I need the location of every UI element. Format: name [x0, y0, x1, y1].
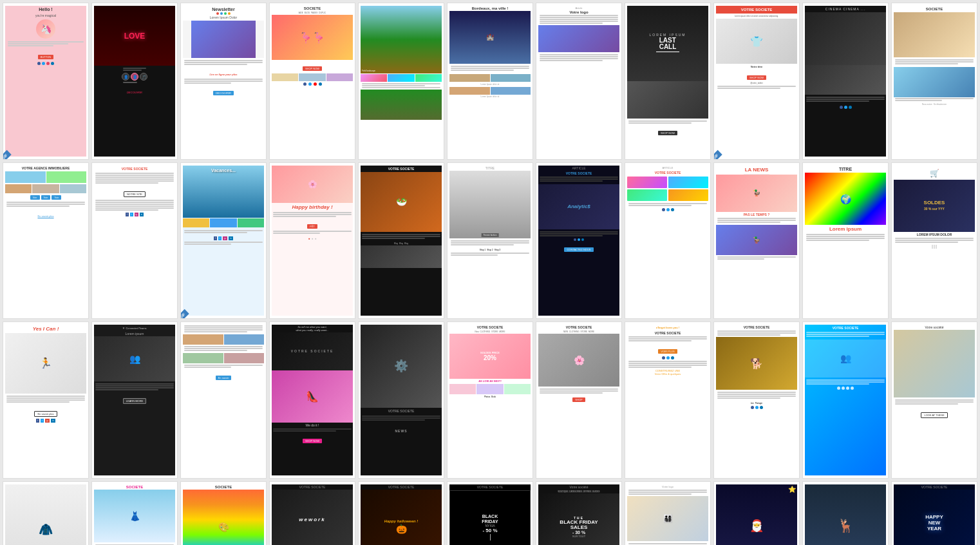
social-icons: [662, 356, 674, 359]
card-title: eTarget loves you !: [655, 325, 681, 330]
cta-button[interactable]: BUTTON: [38, 55, 53, 59]
product-row: [449, 384, 531, 394]
text-lines: [361, 415, 442, 422]
link[interactable]: En savoir plus: [37, 215, 53, 218]
template-card[interactable]: Yes I Can ! 🏃 En savoir plus f t g+ in: [3, 321, 89, 479]
template-card[interactable]: Votre logo 👨‍👩‍👧‍👦 eTarget lorem ipsum: [625, 481, 711, 545]
template-card[interactable]: Votre société LOOK AT THESE: [891, 321, 977, 479]
input-field[interactable]: [932, 245, 933, 249]
cta-button[interactable]: SHOP NOW: [658, 131, 677, 135]
feature-image: 🦆: [716, 225, 797, 255]
input-field[interactable]: [934, 245, 935, 249]
text-lines: [627, 489, 708, 496]
card-body: LA NEWS 🦆 PAS LE TEMPS ? 🦆: [716, 166, 797, 316]
divider: [490, 534, 491, 540]
discount: 20%: [484, 354, 496, 361]
template-card[interactable]: 🌸 Happy birthday ! FÊT ●●●: [269, 162, 355, 320]
template-card[interactable]: VOTRE SOCIETE Happy halloween ! 🎃 NOTRE …: [358, 481, 444, 545]
template-card[interactable]: TITRE Femme fashion Shop 1Shop 2Shop 3: [447, 162, 533, 320]
fashion-image: 👗: [94, 490, 175, 542]
cta-button[interactable]: SHOP NOW: [303, 66, 322, 71]
template-card[interactable]: ARTICLE VOTRE SOCIETE: [625, 162, 711, 320]
card-title: VOTRE SOCIETE: [743, 325, 771, 330]
template-card[interactable]: VOTRE SOCIETE 👥: [802, 321, 889, 479]
template-card[interactable]: Votre société BOUTIQUECATEGORIESOFFRESGU…: [536, 481, 622, 545]
template-card[interactable]: VOTRE SOCIETE NewCLOTHINGSTOREMORE SOLDE…: [447, 321, 533, 479]
template-card[interactable]: Field landscape: [358, 3, 444, 160]
tshirt-icon: 👕: [750, 35, 763, 48]
cta-button[interactable]: CONTACTEZ-NOUS: [564, 247, 593, 252]
template-card[interactable]: GIF Hello ! you're magical 🦄 BUTTON: [3, 3, 89, 160]
card-body: ♥ Connected Teams Lorem ipsum 👥 LEARN MO…: [94, 325, 175, 475]
text-lines: [538, 14, 619, 25]
team-image: 👨‍👩‍👧‍👦: [627, 496, 708, 541]
template-card[interactable]: VOTRE SOCIETE 🥗 BlogBlogBlog: [358, 162, 444, 320]
card-title: SOCIETE: [925, 6, 944, 12]
template-card[interactable]: LOREM IPSUM LASTCALL SHOP NOW: [625, 3, 711, 160]
learn-more-button[interactable]: En savoir plus: [34, 411, 57, 417]
halloween-text-block: Happy halloween ! 🎃: [384, 519, 419, 535]
card-body: VOTRE SOCIETE NewCLOTHINGSTOREMORE SOLDE…: [449, 325, 531, 475]
cta-button[interactable]: FÊT: [307, 224, 317, 229]
template-card[interactable]: VOTRE SOCIETE wework NOTRE SITE: [269, 481, 355, 545]
template-card[interactable]: 🎅 ⭐: [713, 481, 800, 545]
christmas-image: 🎅 ⭐: [716, 484, 797, 545]
template-card[interactable]: So tell me what you want,what you really…: [269, 321, 355, 479]
shop-button[interactable]: SHOP NOW: [747, 75, 766, 80]
template-card[interactable]: VOTRE SOCIETE NOTRE SITE f: [91, 162, 178, 320]
city-icon: 🏰: [486, 33, 494, 41]
template-card[interactable]: GIF VOTRE SOCIETE Lorem ipsum dolor sit …: [713, 3, 800, 160]
template-card[interactable]: VOTRE SOCIETE HAPPYNEWYEAR BONNE ANNÉE: [891, 481, 977, 545]
bottom-image: [361, 245, 442, 268]
cta-link[interactable]: Lire en ligne pour plus: [210, 73, 238, 76]
cta-button[interactable]: LEARN MORE: [123, 398, 146, 404]
movie-image: [805, 12, 886, 65]
template-card[interactable]: Article Votre logo: [536, 3, 622, 160]
template-card[interactable]: CINEMA CINEMA ...: [802, 3, 889, 160]
cta-button[interactable]: SHOP NOW: [303, 439, 322, 443]
cta-button[interactable]: DECOUVRIR: [213, 91, 234, 95]
article-image: [538, 25, 619, 52]
card-header: Newsletter Lorem Ipsum Dolor: [210, 6, 238, 21]
card-title: Votre société: [925, 325, 945, 330]
card-content: 👤 👤 🎵 DECOUVRIR: [120, 66, 149, 97]
template-card[interactable]: GIF Vacances... f t g+ in: [180, 162, 267, 320]
template-card[interactable]: ARTICLE VOTRE SOCIETE Analytic$ CO: [536, 162, 622, 320]
template-card[interactable]: GIF 🦌: [802, 481, 889, 545]
template-card[interactable]: SOCIETE AIDEBLOGPAGESDUPLIC 🦩🦩 SHOP NOW: [269, 3, 355, 160]
template-card[interactable]: SOCIETE 👗: [91, 481, 178, 545]
template-card[interactable]: 🧥: [3, 481, 89, 545]
input-field[interactable]: [936, 245, 937, 249]
text-lines2: [272, 230, 353, 235]
template-card[interactable]: VOTRE SOCIETE NEWCLOTHINGSTOREMORE 🌸 SHO…: [536, 321, 622, 479]
card-header: Votre société: [569, 484, 589, 490]
template-card[interactable]: 🛒 SOLDES30 % sur YYY LOREM IPSUM DOLOR: [891, 162, 977, 320]
text-lines: [5, 395, 86, 404]
template-card[interactable]: VOTRE AGENCE IMMOBILIERE Voir Voir Voir: [3, 162, 89, 320]
news-label: News: [395, 429, 408, 433]
hero-image: [894, 330, 975, 397]
template-card[interactable]: En savoir: [180, 321, 267, 479]
template-card[interactable]: VOTRE SOCIETE 🐕 LirePartager: [713, 321, 800, 479]
template-card[interactable]: TITRE 🌍 Lorem ipsum: [802, 162, 889, 320]
cta-button[interactable]: En savoir: [216, 376, 232, 380]
cta-button[interactable]: VOIR PLUS: [658, 349, 677, 354]
text-lines2: [94, 199, 175, 212]
template-card[interactable]: SOCIETE Nous suivreSe désabonner: [891, 3, 977, 160]
cta-button[interactable]: LOOK AT THESE: [921, 412, 947, 418]
cta-button[interactable]: NOTRE SITE: [124, 191, 146, 197]
template-card[interactable]: ♥ Connected Teams Lorem ipsum 👥 LEARN MO…: [91, 321, 178, 479]
template-card[interactable]: eTarget loves you ! VOTRE SOCIETE VOIR P…: [625, 321, 711, 479]
newsletter-image: [183, 21, 264, 58]
template-card[interactable]: VOTRE SOCIETE BLACKFRIDAY NYXIA - 50 %: [447, 481, 533, 545]
template-card[interactable]: LOVE 👤 👤 🎵 DECOUVRI: [91, 3, 178, 160]
text-lines: [627, 336, 708, 343]
template-card[interactable]: Newsletter Lorem Ipsum Dolor Lire en lig…: [180, 3, 267, 160]
template-card[interactable]: LA NEWS 🦆 PAS LE TEMPS ? 🦆: [713, 162, 800, 320]
template-card[interactable]: ⚙️ VOTRE SOCIETE News: [358, 321, 444, 479]
card-title: VOTRE AGENCE IMMOBILIERE: [21, 166, 71, 171]
template-card[interactable]: SOCIETE 🎨: [180, 481, 267, 545]
text-lines: [183, 59, 264, 66]
bf2-section: THE BLACK FRIDAYSALES - 30 % SUR TOUT: [538, 493, 619, 545]
template-card[interactable]: Bordeaux, ma ville ! 🏰 Lorem Ipsum dolor…: [447, 3, 533, 160]
